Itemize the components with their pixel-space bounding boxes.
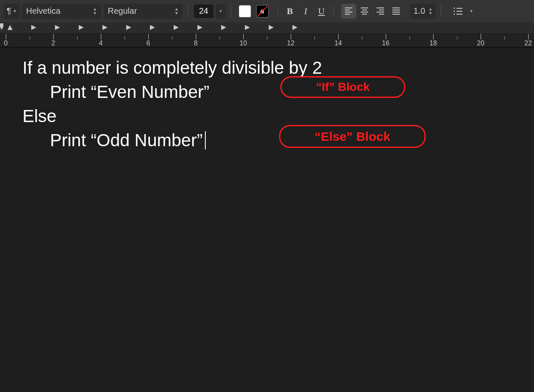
ruler-tick xyxy=(338,34,339,40)
formatting-toolbar: ¶ ▾ Helvetica ▲▼ Regular ▲▼ 24 ▾ a B I U xyxy=(0,0,534,22)
font-size-value: 24 xyxy=(199,6,208,16)
pilcrow-icon: ¶ xyxy=(7,6,11,16)
paragraph-style-button[interactable]: ¶ ▾ xyxy=(3,4,20,19)
bold-button[interactable]: B xyxy=(283,4,297,19)
align-right-button[interactable] xyxy=(373,4,388,19)
tab-stop-marker[interactable] xyxy=(174,25,179,30)
toolbar-divider xyxy=(188,5,188,17)
document-line[interactable]: Print “Odd Number” xyxy=(22,128,534,152)
text-cursor xyxy=(205,131,206,150)
highlight-none-swatch[interactable]: a xyxy=(256,5,269,17)
ruler-tick xyxy=(196,34,196,40)
tab-stop-marker[interactable] xyxy=(79,25,84,30)
toolbar-divider xyxy=(278,5,278,17)
ruler-label: 18 xyxy=(429,40,437,47)
ruler-tick xyxy=(457,36,457,40)
tab-stop-marker[interactable] xyxy=(31,25,36,30)
chevron-down-icon: ▾ xyxy=(14,8,16,14)
document-line[interactable]: Print “Even Number” xyxy=(22,80,534,104)
font-size-chevron[interactable]: ▾ xyxy=(216,4,226,19)
ruler-label: 8 xyxy=(194,40,198,47)
ruler-tick xyxy=(243,34,244,40)
ruler-label: 20 xyxy=(477,40,484,47)
text-color-swatch[interactable] xyxy=(239,5,251,17)
tab-stop-marker[interactable] xyxy=(126,25,131,30)
ruler-label: 22 xyxy=(524,40,532,47)
font-family-value: Helvetica xyxy=(26,6,60,16)
ruler-label: 16 xyxy=(382,40,389,47)
ruler-tick xyxy=(267,36,267,40)
ruler-tick xyxy=(6,34,6,40)
underline-button[interactable]: U xyxy=(315,4,328,19)
chevron-down-icon[interactable]: ▾ xyxy=(470,8,473,14)
ruler-tick xyxy=(172,36,172,40)
document-content[interactable]: If a number is completely divisible by 2… xyxy=(22,56,534,152)
list-style-button[interactable] xyxy=(450,4,465,19)
alignment-group xyxy=(341,4,404,19)
ruler-ticks: 0246810121416182022 xyxy=(0,32,534,47)
tab-stop-marker[interactable] xyxy=(7,25,12,30)
ruler-tick xyxy=(101,34,101,40)
line-spacing-select[interactable]: 1.0 ▲▼ xyxy=(410,4,436,19)
tab-stop-marker[interactable] xyxy=(269,25,274,30)
annotation-label: “If” Block xyxy=(316,80,369,94)
tab-stop-marker[interactable] xyxy=(55,25,60,30)
align-center-icon xyxy=(361,7,368,15)
align-left-icon xyxy=(345,7,352,15)
ruler-tick xyxy=(125,36,125,40)
ruler-tick xyxy=(77,36,77,40)
ruler-tick xyxy=(433,34,434,40)
annotation-label: “Else” Block xyxy=(314,130,390,144)
ruler-tick xyxy=(291,34,291,40)
ruler-label: 4 xyxy=(99,40,103,47)
ruler-tick xyxy=(528,34,529,40)
toolbar-divider xyxy=(333,5,334,17)
ruler-label: 14 xyxy=(334,40,342,47)
ruler-tick xyxy=(386,34,386,40)
ruler-area: 0246810121416182022 xyxy=(0,22,534,47)
tab-stop-marker[interactable] xyxy=(197,25,202,30)
tab-stop-marker[interactable] xyxy=(221,25,226,30)
ruler-tick xyxy=(314,36,315,40)
ruler-label: 10 xyxy=(240,40,247,47)
document-line[interactable]: If a number is completely divisible by 2 xyxy=(22,56,534,80)
ruler-label: 0 xyxy=(4,40,8,47)
ruler-label: 12 xyxy=(287,40,294,47)
align-right-icon xyxy=(377,7,384,15)
stepper-icon: ▲▼ xyxy=(88,7,97,15)
ruler-tick xyxy=(481,34,481,40)
ruler-tick xyxy=(220,36,220,40)
annotation-else-block: “Else” Block xyxy=(279,125,426,148)
align-justify-icon xyxy=(392,7,400,15)
ruler[interactable]: 0246810121416182022 xyxy=(0,32,534,47)
ruler-tick xyxy=(504,36,505,40)
ruler-label: 2 xyxy=(52,40,55,47)
font-size-control: 24 ▾ xyxy=(193,4,226,19)
ruler-tick xyxy=(30,36,30,40)
font-family-select[interactable]: Helvetica ▲▼ xyxy=(22,4,101,19)
stepper-icon: ▲▼ xyxy=(170,7,179,15)
ruler-tick xyxy=(148,34,149,40)
font-size-input[interactable]: 24 xyxy=(193,4,214,19)
italic-button[interactable]: I xyxy=(299,4,312,19)
document-line[interactable]: Else xyxy=(22,104,534,128)
tab-stop-marker[interactable] xyxy=(245,25,250,30)
line-spacing-value: 1.0 xyxy=(414,6,425,16)
ruler-tick xyxy=(409,36,410,40)
align-center-button[interactable] xyxy=(357,4,372,19)
stepper-icon: ▲▼ xyxy=(429,7,433,15)
annotation-if-block: “If” Block xyxy=(280,76,405,98)
font-style-value: Regular xyxy=(108,6,137,16)
ruler-tick xyxy=(53,34,54,40)
toolbar-divider xyxy=(441,5,441,17)
tab-stop-marker[interactable] xyxy=(150,25,155,30)
tab-stop-marker[interactable] xyxy=(292,25,297,30)
tab-stop-marker[interactable] xyxy=(102,25,107,30)
list-icon xyxy=(454,7,462,15)
document-area[interactable]: If a number is completely divisible by 2… xyxy=(0,47,534,392)
align-left-button[interactable] xyxy=(341,4,356,19)
font-style-select[interactable]: Regular ▲▼ xyxy=(104,4,183,19)
ruler-label: 6 xyxy=(147,40,150,47)
align-justify-button[interactable] xyxy=(389,4,404,19)
toolbar-divider xyxy=(231,5,231,17)
